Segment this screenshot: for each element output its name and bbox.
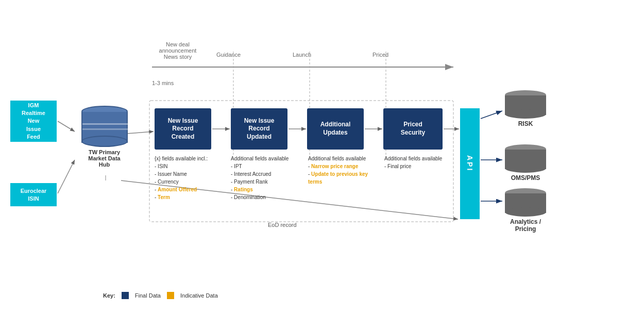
timeline-label-guidance: Guidance xyxy=(216,52,241,58)
oms-label: OMS/PMS xyxy=(511,174,540,182)
oms-cylinder xyxy=(505,144,546,173)
key-final-box xyxy=(122,292,129,299)
cylinder-stripe-1 xyxy=(82,123,129,125)
cylinder-stripe-2 xyxy=(82,128,129,130)
timeline-label-priced: Priced xyxy=(372,52,388,58)
field-desc-priced: Additional fields available- Final price xyxy=(384,155,451,170)
hub-cylinder xyxy=(81,106,128,147)
additional-updates-box: AdditionalUpdates xyxy=(307,108,364,150)
key-final-label: Final Data xyxy=(135,292,161,299)
svg-line-7 xyxy=(58,121,75,132)
diagram-container: New deal announcement News story Guidanc… xyxy=(0,0,644,312)
hub-container: TW Primary Market Data Hub xyxy=(75,106,134,168)
timeline-label-deal: New deal announcement News story xyxy=(152,41,204,60)
new-issue-created-box: New IssueRecordCreated xyxy=(155,108,211,150)
analytics-label: Analytics /Pricing xyxy=(510,218,541,233)
key-indicative-box xyxy=(167,292,174,299)
timeline-label-launch: Launch xyxy=(293,52,311,58)
oms-cylinder-container: OMS/PMS xyxy=(505,144,546,182)
analytics-cylinder xyxy=(505,188,546,217)
analytics-cyl-bottom xyxy=(505,207,546,217)
key-title: Key: xyxy=(103,292,115,299)
hub-label: TW Primary Market Data Hub xyxy=(88,149,120,168)
field-desc-updated: Additional fields available- IPT- Intere… xyxy=(231,155,298,201)
risk-cylinder-container: RISK xyxy=(505,90,546,127)
analytics-cylinder-container: Analytics /Pricing xyxy=(505,188,546,233)
new-issue-updated-box: New IssueRecordUpdated xyxy=(231,108,287,150)
oms-cyl-bottom xyxy=(505,163,546,173)
field-desc-additional: Additional fields available- Narrow pric… xyxy=(308,155,375,186)
svg-line-14 xyxy=(481,111,502,119)
risk-cyl-bottom xyxy=(505,109,546,119)
svg-line-8 xyxy=(58,160,75,193)
api-box: API xyxy=(460,108,480,219)
key-container: Key: Final Data Indicative Data xyxy=(103,292,218,299)
timeline-timing: 1-3 mins xyxy=(152,80,174,86)
priced-security-box: PricedSecurity xyxy=(383,108,443,150)
cylinder-bottom xyxy=(81,136,128,147)
risk-label: RISK xyxy=(518,120,533,127)
eod-label: EoD record xyxy=(268,222,297,228)
key-indicative-label: Indicative Data xyxy=(180,292,218,299)
euroclear-box: EuroclearISIN xyxy=(10,183,57,206)
igm-feed-box: IGM Realtime New Issue Feed xyxy=(10,101,57,142)
field-desc-created: {x} fields available incl.:- ISIN- Issue… xyxy=(155,155,222,201)
risk-cylinder xyxy=(505,90,546,119)
